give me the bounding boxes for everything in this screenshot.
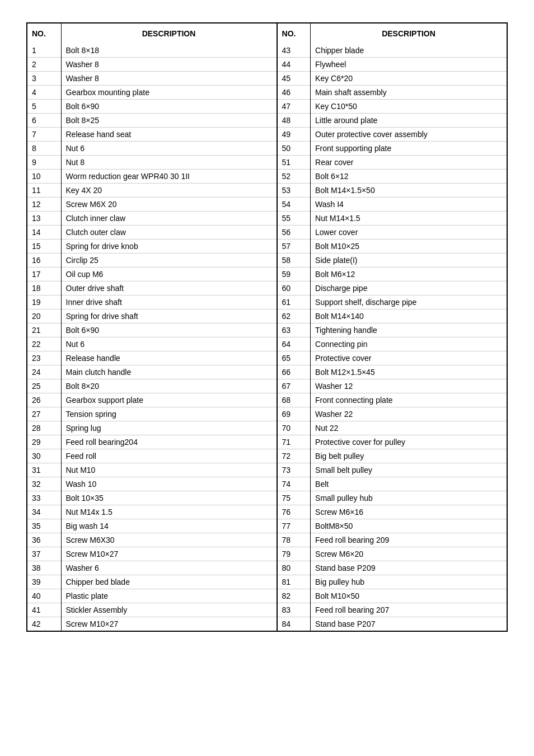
- row-no-right: 84: [277, 617, 311, 631]
- table-row: 19Inner drive shaft61Support shelf, disc…: [27, 295, 507, 309]
- row-desc-right: Front connecting plate: [311, 393, 507, 407]
- row-desc-right: Tightening handle: [311, 323, 507, 337]
- row-no-left: 19: [27, 295, 61, 309]
- row-no-left: 11: [27, 184, 61, 198]
- row-desc-left: Clutch outer claw: [61, 226, 277, 240]
- row-no-right: 56: [277, 226, 311, 240]
- table-row: 23Release handle65Protective cover: [27, 351, 507, 365]
- row-desc-left: Inner drive shaft: [61, 295, 277, 309]
- row-no-right: 78: [277, 533, 311, 547]
- table-row: 32Wash 1074Belt: [27, 477, 507, 491]
- row-no-right: 57: [277, 240, 311, 253]
- table-row: 37Screw M10×2779Screw M6×20: [27, 547, 507, 561]
- row-desc-right: BoltM8×50: [311, 519, 507, 533]
- table-row: 17Oil cup M659Bolt M6×12: [27, 267, 507, 281]
- row-desc-left: Circlip 25: [61, 253, 277, 267]
- row-desc-left: Chipper bed blade: [61, 575, 277, 589]
- row-desc-right: Connecting pin: [311, 337, 507, 351]
- row-no-left: 36: [27, 533, 61, 547]
- row-no-left: 37: [27, 547, 61, 561]
- row-desc-right: Outer protective cover assembly: [311, 128, 507, 142]
- row-desc-right: Bolt M14×1.5×50: [311, 184, 507, 198]
- row-desc-right: Chipper blade: [311, 44, 507, 58]
- row-no-left: 42: [27, 617, 61, 631]
- row-desc-right: Screw M6×20: [311, 547, 507, 561]
- row-desc-right: Big belt pulley: [311, 449, 507, 463]
- table-row: 2Washer 844Flywheel: [27, 58, 507, 72]
- table-row: 15Spring for drive knob57Bolt M10×25: [27, 240, 507, 253]
- row-no-left: 39: [27, 575, 61, 589]
- table-row: 41Stickler Assembly83Feed roll bearing 2…: [27, 603, 507, 617]
- row-no-right: 64: [277, 337, 311, 351]
- row-no-left: 8: [27, 142, 61, 156]
- table-row: 7Release hand seat49Outer protective cov…: [27, 128, 507, 142]
- row-no-left: 18: [27, 281, 61, 295]
- header-no-left: NO.: [27, 24, 61, 44]
- row-desc-right: Bolt M6×12: [311, 267, 507, 281]
- row-desc-right: Rear cover: [311, 156, 507, 170]
- row-no-right: 74: [277, 477, 311, 491]
- row-desc-right: Belt: [311, 477, 507, 491]
- row-no-left: 35: [27, 519, 61, 533]
- row-desc-right: Nut M14×1.5: [311, 212, 507, 226]
- row-desc-right: Bolt M10×50: [311, 589, 507, 603]
- row-desc-left: Release hand seat: [61, 128, 277, 142]
- row-no-right: 71: [277, 435, 311, 449]
- row-desc-right: Feed roll bearing 209: [311, 533, 507, 547]
- row-desc-left: Washer 8: [61, 58, 277, 72]
- row-desc-left: Gearbox support plate: [61, 393, 277, 407]
- row-no-right: 60: [277, 281, 311, 295]
- table-row: 1Bolt 8×1843Chipper blade: [27, 44, 507, 58]
- row-no-left: 40: [27, 589, 61, 603]
- row-desc-left: Bolt 10×35: [61, 491, 277, 505]
- header-no-right: NO.: [277, 24, 311, 44]
- row-no-left: 7: [27, 128, 61, 142]
- row-desc-left: Spring lug: [61, 421, 277, 435]
- row-no-left: 38: [27, 561, 61, 575]
- row-desc-right: Little around plate: [311, 114, 507, 128]
- row-desc-left: Wash 10: [61, 477, 277, 491]
- row-desc-left: Main clutch handle: [61, 365, 277, 379]
- row-no-right: 67: [277, 379, 311, 393]
- table-row: 36Screw M6X3078Feed roll bearing 209: [27, 533, 507, 547]
- row-no-left: 25: [27, 379, 61, 393]
- row-desc-right: Bolt M14×140: [311, 309, 507, 323]
- row-desc-right: Small belt pulley: [311, 463, 507, 477]
- row-desc-left: Key 4X 20: [61, 184, 277, 198]
- row-desc-left: Big wash 14: [61, 519, 277, 533]
- row-desc-left: Spring for drive shaft: [61, 309, 277, 323]
- row-no-right: 62: [277, 309, 311, 323]
- row-no-right: 80: [277, 561, 311, 575]
- row-desc-left: Nut 6: [61, 337, 277, 351]
- row-no-right: 68: [277, 393, 311, 407]
- row-desc-left: Tension spring: [61, 407, 277, 421]
- row-desc-right: Stand base P207: [311, 617, 507, 631]
- row-no-right: 66: [277, 365, 311, 379]
- row-desc-left: Spring for drive knob: [61, 240, 277, 253]
- row-desc-right: Lower cover: [311, 226, 507, 240]
- row-desc-right: Feed roll bearing 207: [311, 603, 507, 617]
- table-row: 9Nut 851Rear cover: [27, 156, 507, 170]
- row-desc-left: Clutch inner claw: [61, 212, 277, 226]
- row-desc-right: Protective cover for pulley: [311, 435, 507, 449]
- row-no-left: 9: [27, 156, 61, 170]
- row-desc-right: Key C6*20: [311, 72, 507, 86]
- row-no-right: 45: [277, 72, 311, 86]
- row-no-left: 28: [27, 421, 61, 435]
- row-no-left: 27: [27, 407, 61, 421]
- table-row: 31Nut M1073Small belt pulley: [27, 463, 507, 477]
- row-no-right: 65: [277, 351, 311, 365]
- row-no-right: 47: [277, 100, 311, 114]
- row-no-left: 32: [27, 477, 61, 491]
- table-row: 27Tension spring69Washer 22: [27, 407, 507, 421]
- row-no-left: 20: [27, 309, 61, 323]
- row-no-left: 14: [27, 226, 61, 240]
- row-desc-right: Stand base P209: [311, 561, 507, 575]
- row-no-right: 52: [277, 170, 311, 184]
- row-desc-left: Plastic plate: [61, 589, 277, 603]
- row-no-right: 51: [277, 156, 311, 170]
- table-row: 21Bolt 6×9063Tightening handle: [27, 323, 507, 337]
- row-no-right: 79: [277, 547, 311, 561]
- row-desc-left: Bolt 8×20: [61, 379, 277, 393]
- row-no-right: 70: [277, 421, 311, 435]
